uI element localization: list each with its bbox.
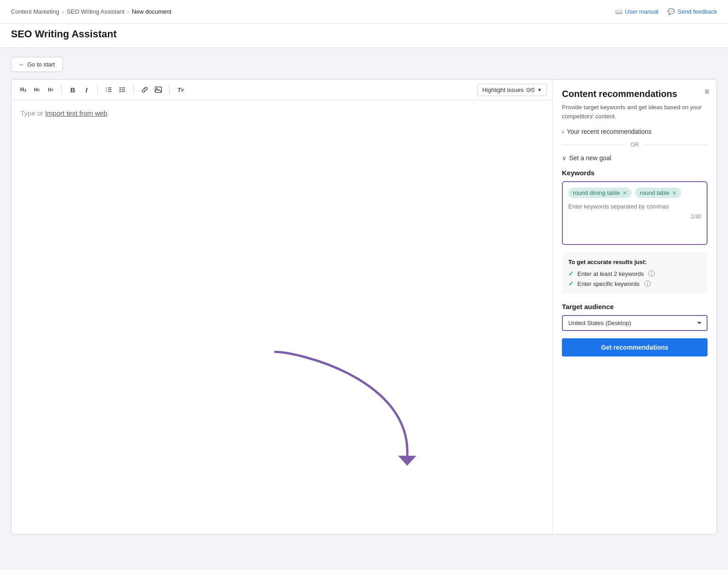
keyword-tag-2-remove[interactable]: ✕ (672, 190, 677, 196)
user-manual-link[interactable]: 📖 User manual (615, 8, 659, 15)
or-divider: OR (562, 142, 708, 148)
tip-text-2: Enter specific keywords (577, 280, 640, 287)
tip-text-1: Enter at least 2 keywords (577, 270, 644, 277)
tip-check-icon-1: ✓ (568, 270, 574, 277)
h1-button[interactable]: H₁ (17, 83, 30, 96)
recent-recommendations-label: Your recent recommendations (567, 128, 652, 135)
breadcrumb: Content Marketing › SEO Writing Assistan… (11, 8, 172, 15)
chevron-right-icon: › (562, 128, 564, 135)
or-label: OR (631, 142, 639, 148)
set-new-goal-row[interactable]: ∨ Set a new goal (562, 154, 708, 162)
tip-item-1: ✓ Enter at least 2 keywords i (568, 270, 701, 277)
toolbar-sep-4 (169, 85, 170, 94)
svg-text:3: 3 (106, 90, 107, 92)
toolbar-right: Highlight issues 0/0 ▼ (477, 84, 547, 96)
recent-recommendations-row[interactable]: › Your recent recommendations (562, 128, 708, 135)
format-group: B I (66, 83, 93, 96)
tip-info-icon-1[interactable]: i (648, 270, 655, 277)
bold-button[interactable]: B (66, 83, 79, 96)
panel-menu-icon[interactable]: ≡ (704, 87, 709, 97)
chevron-down-icon: ▼ (537, 87, 542, 92)
unordered-list-button[interactable] (116, 83, 129, 96)
clear-format-button[interactable]: Tx (174, 83, 187, 96)
arrow-left-icon: ← (19, 61, 25, 68)
import-text-link[interactable]: Import text from web (45, 109, 107, 117)
keyword-tag-1-text: round dining table (573, 189, 620, 196)
go-to-start-button[interactable]: ← Go to start (11, 57, 63, 72)
highlight-label: Highlight issues (482, 87, 524, 93)
send-feedback-link[interactable]: 💬 Send feedback (667, 8, 717, 15)
page-title: SEO Writing Assistant (11, 28, 717, 40)
toolbar-sep-1 (61, 85, 62, 94)
svg-point-9 (120, 87, 121, 89)
toolbar-sep-3 (133, 85, 134, 94)
panel-title: Content recommendations (562, 89, 708, 99)
keyword-tags-container: round dining table ✕ round table ✕ (568, 188, 701, 198)
keywords-box[interactable]: round dining table ✕ round table ✕ 2/30 (562, 181, 708, 245)
keyword-tag-1: round dining table ✕ (568, 188, 632, 198)
editor-panel: H₁ H2 H3 B I 123 (11, 80, 553, 534)
top-nav-right: 📖 User manual 💬 Send feedback (615, 8, 717, 15)
tip-info-icon-2[interactable]: i (644, 280, 651, 287)
editor-placeholder-text: Type or (20, 109, 45, 117)
h2-button[interactable]: H2 (30, 83, 43, 96)
content-area: ← Go to start H₁ H2 H3 B I (0, 48, 728, 544)
keywords-section-label: Keywords (562, 169, 708, 177)
toolbar-sep-2 (97, 85, 98, 94)
main-layout: H₁ H2 H3 B I 123 (11, 79, 717, 534)
image-button[interactable] (152, 83, 165, 96)
italic-button[interactable]: I (80, 83, 93, 96)
keyword-tag-2-text: round table (640, 189, 669, 196)
keyword-tag-1-remove[interactable]: ✕ (622, 190, 627, 196)
keywords-count: 2/30 (568, 214, 701, 220)
tips-box: To get accurate results just: ✓ Enter at… (562, 252, 708, 294)
set-new-goal-label: Set a new goal (569, 154, 612, 162)
feedback-icon: 💬 (667, 8, 675, 15)
svg-point-11 (120, 91, 121, 92)
ordered-list-button[interactable]: 123 (102, 83, 115, 96)
tip-check-icon-2: ✓ (568, 280, 574, 287)
svg-point-10 (120, 89, 121, 91)
link-button[interactable] (138, 83, 151, 96)
target-audience-label: Target audience (562, 303, 708, 310)
get-recommendations-button[interactable]: Get recommendations (562, 338, 708, 356)
chevron-down-icon: ∨ (562, 154, 566, 162)
panel-subtitle: Provide target keywords and get ideas ba… (562, 103, 708, 121)
breadcrumb-sep-1: › (62, 8, 64, 15)
tip-item-2: ✓ Enter specific keywords i (568, 280, 701, 287)
h3-button[interactable]: H3 (44, 83, 57, 96)
breadcrumb-seo-writing[interactable]: SEO Writing Assistant (67, 8, 125, 15)
top-nav: Content Marketing › SEO Writing Assistan… (0, 0, 728, 24)
highlight-issues-dropdown[interactable]: Highlight issues 0/0 ▼ (477, 84, 547, 96)
editor-body[interactable]: Type or Import text from web (11, 100, 552, 534)
page-header: SEO Writing Assistant (0, 24, 728, 48)
book-icon: 📖 (615, 8, 622, 15)
editor-toolbar: H₁ H2 H3 B I 123 (11, 80, 552, 100)
list-group: 123 (102, 83, 129, 96)
right-panel: ≡ Content recommendations Provide target… (553, 80, 717, 534)
keywords-input[interactable] (568, 203, 701, 210)
breadcrumb-current: New document (132, 8, 172, 15)
highlight-count: 0/0 (526, 87, 535, 93)
breadcrumb-sep-2: › (127, 8, 129, 15)
insert-group (138, 83, 165, 96)
heading-group: H₁ H2 H3 (17, 83, 57, 96)
breadcrumb-content-marketing[interactable]: Content Marketing (11, 8, 59, 15)
tips-title: To get accurate results just: (568, 259, 701, 265)
audience-select[interactable]: United States (Desktop) United States (M… (562, 315, 708, 331)
keyword-tag-2: round table ✕ (635, 188, 681, 198)
